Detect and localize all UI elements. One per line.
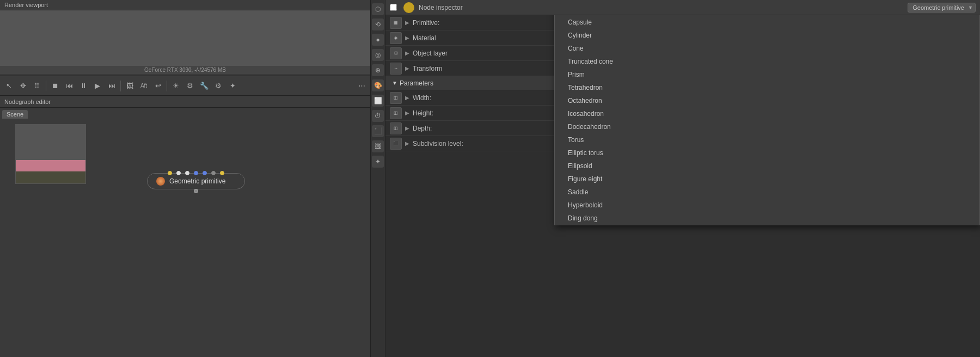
- left-panel: Render viewport GeForce RTX 3090, -/-/24…: [0, 0, 370, 357]
- primitive-dropdown-list[interactable]: Plane Quad Polygon ✓ Box Disc Sphere: [554, 15, 980, 225]
- render-viewport: Render viewport GeForce RTX 3090, -/-/24…: [0, 0, 370, 76]
- port-yellow-2[interactable]: [220, 171, 224, 175]
- toolbar-icon-star[interactable]: ✦: [226, 79, 239, 93]
- toolbar-icon-undo[interactable]: ↩: [151, 79, 164, 93]
- toolbar-separator-1: [46, 81, 46, 91]
- render-viewport-content: GeForce RTX 3090, -/-/24576 MB: [0, 10, 370, 74]
- dropdown-item-cylinder[interactable]: Cylinder: [555, 29, 979, 42]
- node-container: Geometric primitive: [147, 173, 245, 189]
- dropdown-item-ellipsoid[interactable]: Ellipsoid: [555, 159, 979, 173]
- inspector-header: Node inspector Geometric primitive: [385, 0, 980, 15]
- toolbar-icon-sun[interactable]: ☀: [169, 79, 182, 93]
- node-port-bottom[interactable]: [194, 189, 198, 193]
- right-panel: Node inspector Geometric primitive ▦ ▶ P…: [385, 0, 980, 357]
- mid-icon-image[interactable]: 🖼: [372, 140, 384, 152]
- mid-icon-circle[interactable]: ●: [372, 34, 384, 46]
- scene-tab[interactable]: Scene: [2, 110, 28, 119]
- toolbar-icon-dots[interactable]: ⠿: [30, 79, 44, 93]
- render-viewport-label: Render viewport: [4, 2, 48, 8]
- mid-icon-rotate[interactable]: ⟲: [372, 19, 384, 30]
- port-white-1[interactable]: [176, 171, 181, 175]
- port-yellow[interactable]: [168, 171, 172, 175]
- dropdown-item-capsule[interactable]: Capsule: [555, 16, 979, 29]
- dropdown-item-cone[interactable]: Cone: [555, 42, 979, 55]
- toolbar-icon-aft[interactable]: Aft: [137, 79, 150, 93]
- thumb-dark: [16, 125, 85, 160]
- height-expand[interactable]: ▶: [405, 110, 409, 116]
- inspector-node-icon: [403, 2, 414, 13]
- mid-icon-square[interactable]: ⬜: [372, 95, 384, 107]
- height-icon: ◫: [390, 107, 402, 119]
- dropdown-item-dodecahedron[interactable]: Dodecahedron: [555, 120, 979, 133]
- mid-icon-paint[interactable]: 🎨: [372, 79, 384, 91]
- dropdown-item-ding-dong[interactable]: Ding dong: [555, 212, 979, 225]
- dropdown-item-tetrahedron[interactable]: Tetrahedron: [555, 81, 979, 94]
- toolbar-icon-next[interactable]: ⏭: [105, 79, 118, 93]
- toolbar-icon-move[interactable]: ✥: [16, 79, 29, 93]
- width-expand[interactable]: ▶: [405, 95, 409, 101]
- nodegraph-editor: Nodegraph editor Scene: [0, 96, 370, 357]
- material-expand[interactable]: ▶: [405, 35, 409, 41]
- port-white-2[interactable]: [185, 171, 189, 175]
- toolbar-separator-3: [167, 81, 167, 91]
- thumb-bottom: [16, 171, 85, 183]
- toolbar-icon-prev[interactable]: ⏮: [63, 79, 76, 93]
- material-icon: ◈: [390, 32, 402, 44]
- toolbar: ↖ ✥ ⠿ ⏹ ⏮ ⏸ ▶ ⏭ 🖼 Aft ↩ ☀ ⚙ 🔧 ⚙ ✦ ⋯: [0, 76, 370, 96]
- thumb-pink: [16, 160, 85, 172]
- geometric-primitive-node[interactable]: Geometric primitive: [147, 173, 245, 189]
- port-gray[interactable]: [211, 171, 216, 175]
- inspector-title: Node inspector: [419, 4, 463, 11]
- toolbar-icon-settings[interactable]: ⚙: [183, 79, 197, 93]
- thumbnail-strip: [15, 124, 86, 184]
- port-blue-1[interactable]: [194, 171, 198, 175]
- port-blue-2[interactable]: [203, 171, 207, 175]
- parameters-label: Parameters: [400, 79, 433, 87]
- primitive-expand[interactable]: ▶: [405, 20, 409, 26]
- toolbar-icon-render[interactable]: 🖼: [123, 79, 136, 93]
- subdivision-expand[interactable]: ▶: [405, 140, 409, 146]
- dropdown-item-truncated-cone[interactable]: Truncated cone: [555, 55, 979, 68]
- render-viewport-title: Render viewport: [0, 0, 370, 10]
- toolbar-icon-gear[interactable]: ⚙: [212, 79, 225, 93]
- dropdown-overlay-container: ◈ ▶ Material ⊞ ▶ Object layer ↔ ▶ Transf…: [385, 30, 980, 151]
- dropdown-item-elliptic-torus[interactable]: Elliptic torus: [555, 146, 979, 159]
- toolbar-icon-pause[interactable]: ⏸: [77, 79, 90, 93]
- width-icon: ◫: [390, 92, 402, 104]
- nodegraph-editor-title: Nodegraph editor: [0, 96, 370, 108]
- nodegraph-body[interactable]: Scene: [0, 108, 370, 357]
- dropdown-item-icosahedron[interactable]: Icosahedron: [555, 107, 979, 120]
- depth-expand[interactable]: ▶: [405, 125, 409, 131]
- dropdown-item-torus[interactable]: Torus: [555, 133, 979, 146]
- node-ports-top: [168, 171, 224, 175]
- subdivision-icon: ⬛: [390, 138, 402, 150]
- toolbar-icon-play[interactable]: ▶: [91, 79, 104, 93]
- mid-icon-clock[interactable]: ⏱: [372, 110, 384, 122]
- toolbar-separator-2: [120, 81, 121, 91]
- dropdown-item-saddle[interactable]: Saddle: [555, 186, 979, 199]
- dropdown-item-figure-eight[interactable]: Figure eight: [555, 173, 979, 186]
- gpu-label: GeForce RTX 3090, -/-/24576 MB: [0, 66, 370, 74]
- toolbar-icon-more[interactable]: ⋯: [355, 79, 368, 93]
- mid-icon-black-square[interactable]: ⬛: [372, 125, 384, 137]
- mid-icon-hexagon[interactable]: ⬡: [372, 3, 384, 15]
- dropdown-item-octahedron[interactable]: Octahedron: [555, 94, 979, 107]
- nodegraph-label: Nodegraph editor: [4, 99, 51, 105]
- toolbar-icon-wrench[interactable]: 🔧: [198, 79, 211, 93]
- dropdown-item-hyperboloid[interactable]: Hyperboloid: [555, 199, 979, 212]
- dropdown-item-prism[interactable]: Prism: [555, 68, 979, 81]
- node-label: Geometric primitive: [169, 177, 225, 185]
- node-type-dropdown[interactable]: Geometric primitive: [908, 3, 976, 13]
- toolbar-icon-cursor[interactable]: ↖: [2, 79, 15, 93]
- mid-icon-sparkle[interactable]: ✦: [372, 156, 384, 168]
- object-layer-icon: ⊞: [390, 47, 402, 59]
- transform-expand[interactable]: ▶: [405, 65, 409, 71]
- inspector-checkbox[interactable]: [390, 4, 397, 11]
- inspector-body[interactable]: ▦ ▶ Primitive: Box ◈ ▶ Material ⊞ ▶ Obje…: [385, 15, 980, 357]
- params-triangle: ▼: [392, 80, 397, 86]
- object-layer-expand[interactable]: ▶: [405, 50, 409, 56]
- mid-icon-target[interactable]: ◎: [372, 49, 384, 61]
- mid-icon-plus[interactable]: ⊕: [372, 64, 384, 76]
- toolbar-icon-stop[interactable]: ⏹: [48, 79, 62, 93]
- middle-icon-bar: ⬡ ⟲ ● ◎ ⊕ 🎨 ⬜ ⏱ ⬛ 🖼 ✦: [370, 0, 385, 357]
